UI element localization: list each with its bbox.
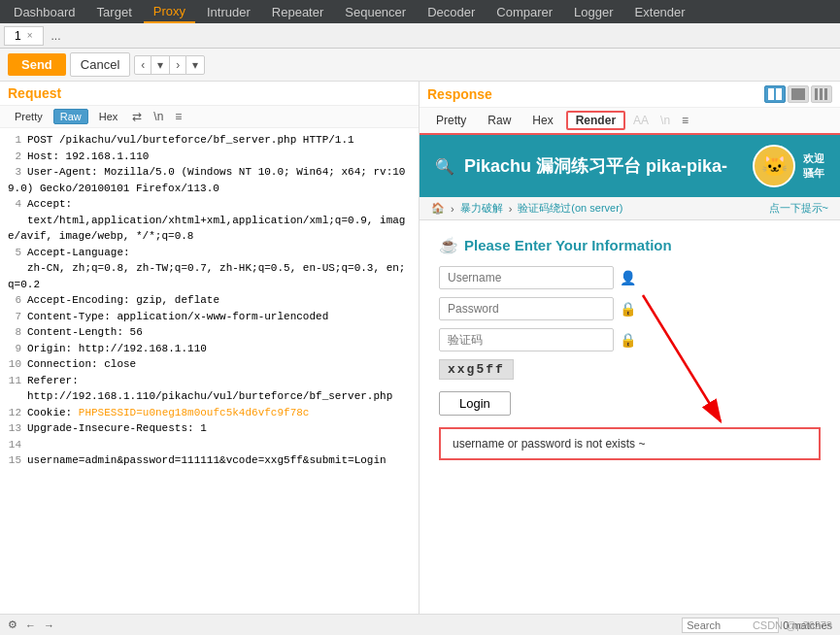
- password-row: 🔒: [439, 297, 821, 320]
- prev-down-button[interactable]: ▾: [151, 55, 170, 75]
- svg-rect-4: [820, 88, 823, 100]
- req-pretty-btn[interactable]: Pretty: [8, 109, 50, 124]
- request-panel: Request Pretty Raw Hex ⇄ \n ≡ 1POST /pik…: [0, 82, 420, 614]
- request-title: Request: [0, 82, 419, 106]
- captcha-lock-icon: 🔒: [620, 332, 636, 348]
- req-line-3: 3User-Agent: Mozilla/5.0 (Windows NT 10.…: [8, 164, 411, 196]
- response-title: Response: [427, 86, 492, 102]
- req-line-15: 15username=admin&password=111111&vcode=x…: [8, 452, 411, 469]
- send-button[interactable]: Send: [8, 53, 66, 76]
- req-line-7: 7Content-Type: application/x-www-form-ur…: [8, 309, 411, 325]
- search-icon: 🔍: [435, 157, 454, 176]
- nav-logger[interactable]: Logger: [564, 0, 622, 23]
- cancel-button[interactable]: Cancel: [70, 52, 130, 77]
- back-icon[interactable]: ←: [25, 619, 36, 631]
- view-split-icon[interactable]: [764, 85, 786, 103]
- watermark: CSDN @p36273: [753, 619, 832, 631]
- req-raw-btn[interactable]: Raw: [53, 109, 88, 124]
- user-icon: 👤: [620, 270, 636, 285]
- req-icon-menu[interactable]: ≡: [171, 109, 185, 124]
- next-down-button[interactable]: ▾: [185, 55, 205, 75]
- req-line-4: 4Accept:text/html,application/xhtml+xml,…: [8, 196, 411, 245]
- form-title: Please Enter Your Information: [439, 236, 821, 254]
- req-hex-btn[interactable]: Hex: [92, 109, 125, 124]
- request-content: 1POST /pikachu/vul/burteforce/bf_server.…: [0, 128, 419, 614]
- toolbar: Send Cancel ‹ ▾ › ▾: [0, 49, 840, 82]
- nav-proxy[interactable]: Proxy: [144, 0, 195, 23]
- prev-button[interactable]: ‹: [134, 55, 151, 75]
- username-row: 👤: [439, 266, 821, 289]
- response-panel: Response Pretty Raw Hex Render AA \n ≡: [420, 82, 840, 614]
- req-line-1: 1POST /pikachu/vul/burteforce/bf_server.…: [8, 132, 411, 149]
- password-input[interactable]: [439, 297, 614, 320]
- next-button[interactable]: ›: [169, 55, 186, 75]
- pikachu-header: 🔍 Pikachu 漏洞练习平台 pika-pika- 🐱 欢迎 骚年: [420, 135, 840, 197]
- resp-raw-btn[interactable]: Raw: [479, 112, 520, 129]
- error-message-box: username or password is not exists ~: [439, 427, 821, 460]
- breadcrumb-sep1: ›: [451, 203, 454, 215]
- breadcrumb-sep2: ›: [509, 203, 513, 215]
- error-message-text: username or password is not exists ~: [453, 437, 645, 451]
- pikachu-avatar: 🐱: [753, 145, 795, 187]
- breadcrumb-home-icon[interactable]: 🏠: [431, 202, 445, 215]
- nav-intruder[interactable]: Intruder: [197, 0, 260, 23]
- tab-more[interactable]: ...: [44, 27, 69, 45]
- nav-sequencer[interactable]: Sequencer: [335, 0, 416, 23]
- breadcrumb: 🏠 › 暴力破解 › 验证码绕过(on server) 点一下提示~: [420, 197, 840, 220]
- captcha-image: xxg5ff: [439, 359, 514, 380]
- tab-1-close[interactable]: ×: [27, 30, 33, 41]
- welcome-text: 欢迎 骚年: [803, 151, 824, 181]
- bottom-bar: ⚙ ← → 0 matches: [0, 614, 840, 635]
- resp-icon-newline[interactable]: \n: [656, 113, 674, 128]
- breadcrumb-hint[interactable]: 点一下提示~: [769, 201, 828, 216]
- form-with-arrow: 👤 🔒 🔒 xxg5ff: [439, 266, 821, 380]
- resp-hex-btn[interactable]: Hex: [523, 112, 561, 129]
- response-format-bar: Pretty Raw Hex Render AA \n ≡: [420, 108, 840, 135]
- pikachu-title: Pikachu 漏洞练习平台 pika-pika-: [464, 154, 727, 178]
- req-line-10: 10Connection: close: [8, 356, 411, 373]
- tab-1-label: 1: [15, 29, 21, 43]
- req-line-13: 13Upgrade-Insecure-Requests: 1: [8, 420, 411, 437]
- render-content: 🔍 Pikachu 漏洞练习平台 pika-pika- 🐱 欢迎 骚年 🏠 › …: [420, 135, 840, 614]
- req-icon-transform[interactable]: ⇄: [128, 109, 146, 124]
- view-triple-icon[interactable]: [811, 85, 832, 103]
- breadcrumb-link-burteforce[interactable]: 暴力破解: [460, 201, 503, 216]
- req-line-8: 8Content-Length: 56: [8, 324, 411, 341]
- username-input[interactable]: [439, 266, 614, 289]
- req-line-2: 2Host: 192.168.1.110: [8, 149, 411, 165]
- req-line-5: 5Accept-Language:zh-CN, zh;q=0.8, zh-TW;…: [8, 245, 411, 293]
- view-single-icon[interactable]: [788, 85, 809, 103]
- resp-icon-aa[interactable]: AA: [629, 113, 653, 128]
- req-line-14: 14: [8, 437, 411, 453]
- nav-buttons: ‹ ▾ › ▾: [134, 55, 205, 75]
- captcha-row: 🔒: [439, 328, 821, 351]
- nav-target[interactable]: Target: [87, 0, 142, 23]
- req-line-9: 9Origin: http://192.168.1.110: [8, 341, 411, 357]
- gear-icon[interactable]: ⚙: [8, 618, 17, 631]
- top-nav: Dashboard Target Proxy Intruder Repeater…: [0, 0, 840, 23]
- login-button[interactable]: Login: [439, 391, 511, 416]
- nav-comparer[interactable]: Comparer: [487, 0, 562, 23]
- forward-icon[interactable]: →: [44, 619, 54, 631]
- tab-1[interactable]: 1 ×: [4, 26, 44, 46]
- nav-dashboard[interactable]: Dashboard: [4, 0, 85, 23]
- nav-extender[interactable]: Extender: [625, 0, 695, 23]
- nav-decoder[interactable]: Decoder: [418, 0, 485, 23]
- response-header: Response: [420, 82, 840, 108]
- req-icon-newline[interactable]: \n: [150, 109, 167, 124]
- nav-repeater[interactable]: Repeater: [262, 0, 333, 23]
- resp-icon-menu[interactable]: ≡: [678, 113, 692, 128]
- svg-rect-0: [768, 88, 774, 100]
- captcha-input[interactable]: [439, 328, 614, 351]
- req-line-11: 11Referer:http://192.168.1.110/pikachu/v…: [8, 373, 411, 405]
- svg-rect-2: [791, 88, 805, 100]
- breadcrumb-link-captcha[interactable]: 验证码绕过(on server): [518, 201, 622, 216]
- tab-bar: 1 × ...: [0, 23, 840, 49]
- view-icons: [764, 85, 832, 103]
- captcha-image-row: xxg5ff: [439, 359, 821, 380]
- resp-pretty-btn[interactable]: Pretty: [427, 112, 475, 129]
- req-line-12: 12Cookie: PHPSESSID=u0neg18m0oufc5k4d6vf…: [8, 405, 411, 421]
- svg-rect-5: [824, 88, 827, 100]
- resp-render-btn[interactable]: Render: [566, 111, 625, 130]
- req-line-6: 6Accept-Encoding: gzip, deflate: [8, 292, 411, 309]
